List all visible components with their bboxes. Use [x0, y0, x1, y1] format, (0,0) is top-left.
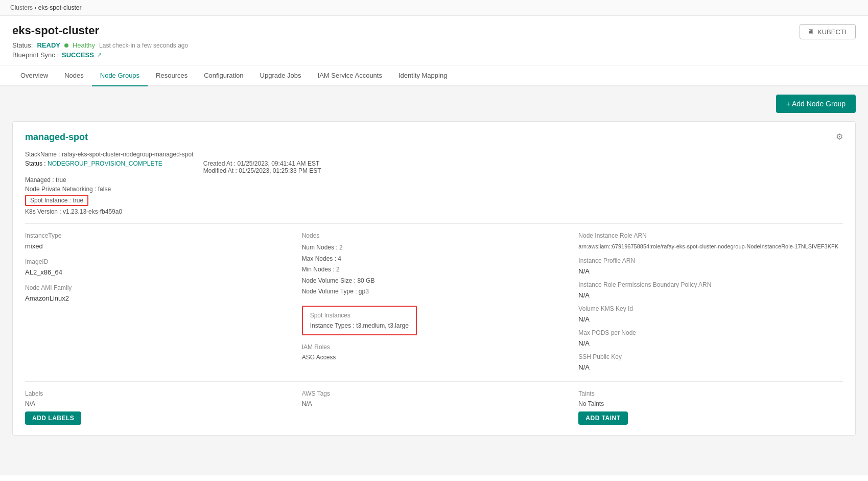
settings-icon[interactable]: ⚙: [836, 132, 843, 142]
tab-configuration[interactable]: Configuration: [196, 65, 251, 86]
volume-kms-section: Volume KMS Key Id N/A: [578, 305, 843, 323]
stack-name-value: rafay-eks-spot-cluster-nodegroup-managed…: [62, 151, 193, 158]
k8s-version-label: K8s Version :: [25, 208, 61, 215]
ng-status-value: NODEGROUP_PROVISION_COMPLETE: [48, 160, 162, 167]
breadcrumb: Clusters › eks-spot-cluster: [0, 0, 868, 16]
instance-profile-arn-value: N/A: [578, 267, 843, 275]
no-taints-value: No Taints: [578, 400, 843, 407]
tab-node-groups[interactable]: Node Groups: [92, 65, 148, 86]
image-id-value: AL2_x86_64: [25, 268, 290, 276]
tab-overview[interactable]: Overview: [12, 65, 56, 86]
node-volume-size-row: Node Volume Size : 80 GB: [302, 276, 567, 287]
node-volume-type-value: gp3: [359, 288, 369, 295]
instance-profile-arn-label: Instance Profile ARN: [578, 257, 843, 264]
managed-row: Managed : true: [25, 176, 843, 184]
instance-role-permissions-label: Instance Role Permissions Boundary Polic…: [578, 281, 843, 288]
tab-identity-mapping[interactable]: Identity Mapping: [390, 65, 455, 86]
breadcrumb-current: eks-spot-cluster: [38, 4, 82, 11]
instance-role-permissions-value: N/A: [578, 291, 843, 299]
volume-kms-value: N/A: [578, 315, 843, 323]
node-ami-family-section: Node AMI Family AmazonLinux2: [25, 284, 290, 302]
health-dot-icon: [64, 43, 68, 48]
node-instance-role-arn-section: Node Instance Role ARN arn:aws:iam::6791…: [578, 232, 843, 251]
image-id-label: ImageID: [25, 258, 290, 265]
node-group-title: managed-spot: [25, 132, 88, 143]
instance-role-permissions-section: Instance Role Permissions Boundary Polic…: [578, 281, 843, 299]
managed-label: Managed :: [25, 176, 54, 184]
spot-instances-box: Spot Instances Instance Types : t3.mediu…: [302, 306, 417, 335]
node-group-card: managed-spot ⚙ StackName : rafay-eks-spo…: [12, 121, 856, 436]
taints-title: Taints: [578, 390, 843, 397]
add-node-group-row: + Add Node Group: [12, 95, 856, 113]
page-header-left: eks-spot-cluster Status: READY Healthy L…: [12, 24, 188, 59]
tab-iam-service-accounts[interactable]: IAM Service Accounts: [310, 65, 390, 86]
spot-instance-value: true: [73, 197, 83, 204]
min-nodes-label: Min Nodes :: [302, 266, 335, 273]
volume-kms-label: Volume KMS Key Id: [578, 305, 843, 312]
min-nodes-row: Min Nodes : 2: [302, 264, 567, 276]
page-header: eks-spot-cluster Status: READY Healthy L…: [0, 16, 868, 65]
aws-tags-section: AWS Tags N/A: [302, 390, 567, 425]
instance-profile-arn-section: Instance Profile ARN N/A: [578, 257, 843, 275]
node-volume-size-label: Node Volume Size :: [302, 277, 356, 284]
node-instance-role-arn-value: arn:aws:iam::679196758854:role/rafay-eks…: [578, 242, 843, 251]
stack-name-row: StackName : rafay-eks-spot-cluster-nodeg…: [25, 151, 843, 158]
spot-instance-highlight: Spot Instance : true: [25, 195, 88, 206]
details-grid: InstanceType mixed ImageID AL2_x86_64 No…: [25, 232, 843, 371]
tab-nodes[interactable]: Nodes: [56, 65, 92, 86]
instance-types-label: Instance Types :: [310, 322, 355, 329]
stack-name-label: StackName :: [25, 151, 60, 158]
aws-tags-title: AWS Tags: [302, 390, 567, 397]
max-pods-section: Max PODS per Node N/A: [578, 329, 843, 347]
image-id-section: ImageID AL2_x86_64: [25, 258, 290, 276]
max-pods-label: Max PODS per Node: [578, 329, 843, 336]
blueprint-row: Blueprint Sync : SUCCESS ↗: [12, 51, 188, 59]
breadcrumb-parent[interactable]: Clusters: [10, 4, 33, 11]
external-link-icon[interactable]: ↗: [97, 52, 102, 58]
add-node-group-button[interactable]: + Add Node Group: [776, 95, 856, 113]
add-labels-button[interactable]: ADD LABELS: [25, 411, 81, 425]
spot-instance-types-row: Instance Types : t3.medium, t3.large: [310, 322, 409, 329]
instance-col: InstanceType mixed ImageID AL2_x86_64 No…: [25, 232, 290, 371]
health-label: Healthy: [73, 41, 95, 49]
aws-tags-value: N/A: [302, 400, 567, 407]
managed-value: true: [56, 176, 66, 184]
status-value: READY: [37, 41, 60, 49]
tab-resources[interactable]: Resources: [148, 65, 196, 86]
max-nodes-row: Max Nodes : 4: [302, 254, 567, 265]
ssh-public-key-value: N/A: [578, 363, 843, 371]
iam-roles-section: IAM Roles ASG Access: [302, 343, 567, 361]
node-private-net-value: false: [98, 186, 111, 193]
created-at-row: Created At : 01/25/2023, 09:41:41 AM EST: [203, 160, 321, 167]
min-nodes-value: 2: [336, 266, 340, 273]
k8s-version-value: v1.23.13-eks-fb459a0: [63, 208, 122, 215]
max-pods-value: N/A: [578, 339, 843, 347]
breadcrumb-separator: ›: [34, 4, 38, 11]
content-area: + Add Node Group managed-spot ⚙ StackNam…: [0, 86, 868, 475]
node-ami-family-value: AmazonLinux2: [25, 294, 290, 302]
asg-access-value: ASG Access: [302, 354, 567, 361]
add-taint-button[interactable]: ADD TAINT: [578, 411, 627, 425]
taints-section: Taints No Taints ADD TAINT: [578, 390, 843, 425]
tab-upgrade-jobs[interactable]: Upgrade Jobs: [252, 65, 310, 86]
labels-title: Labels: [25, 390, 290, 397]
divider-2: [25, 381, 843, 382]
checkin-text: Last check-in a few seconds ago: [99, 42, 188, 49]
arn-col: Node Instance Role ARN arn:aws:iam::6791…: [578, 232, 843, 371]
modified-at-label: Modified At :: [203, 167, 237, 174]
k8s-version-row: K8s Version : v1.23.13-eks-fb459a0: [25, 208, 843, 215]
page-title: eks-spot-cluster: [12, 24, 188, 37]
modified-at-value: 01/25/2023, 01:25:33 PM EST: [239, 167, 321, 174]
num-nodes-row: Num Nodes : 2: [302, 242, 567, 254]
kubectl-button[interactable]: 🖥 KUBECTL: [800, 24, 856, 39]
nodes-details: Num Nodes : 2 Max Nodes : 4 Min Nodes : …: [302, 242, 567, 297]
modified-at-row: Modified At : 01/25/2023, 01:25:33 PM ES…: [203, 167, 321, 174]
nodes-col: Nodes Num Nodes : 2 Max Nodes : 4 Min No…: [302, 232, 567, 371]
created-at-value: 01/25/2023, 09:41:41 AM EST: [237, 160, 319, 167]
ng-status-label: Status :: [25, 160, 46, 167]
node-volume-type-label: Node Volume Type :: [302, 288, 357, 295]
status-managed-row: Status : NODEGROUP_PROVISION_COMPLETE Cr…: [25, 160, 843, 174]
created-at-label: Created At :: [203, 160, 236, 167]
node-instance-role-arn-label: Node Instance Role ARN: [578, 232, 843, 239]
ssh-public-key-section: SSH Public Key N/A: [578, 353, 843, 371]
